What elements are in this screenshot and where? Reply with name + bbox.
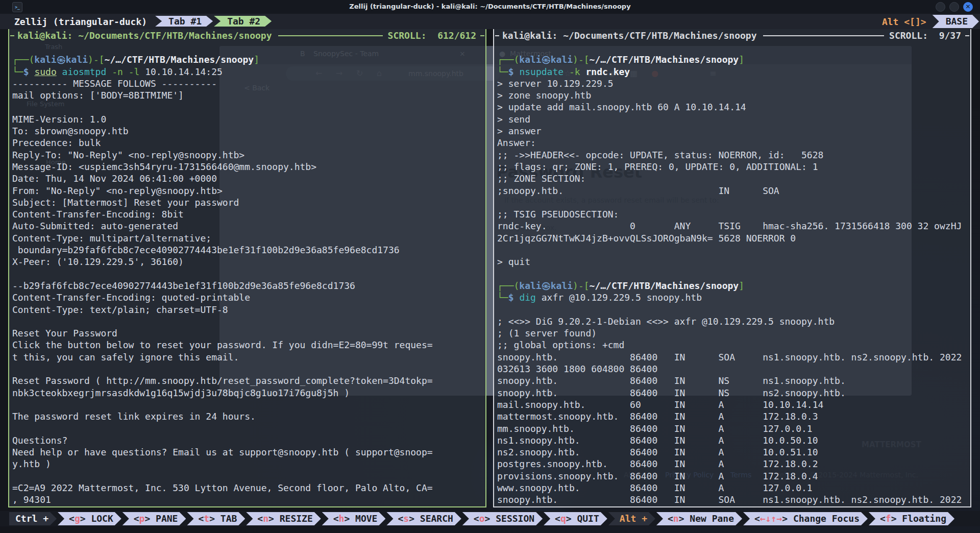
- terminal-line: Need help or have questions? Email us at…: [12, 446, 485, 458]
- window-controls: ✕: [936, 2, 973, 12]
- terminal-line: Click the button below to reset your pas…: [12, 339, 485, 351]
- terminal-line: ---------- MESSAGE FOLLOWS ----------: [12, 78, 485, 89]
- terminal-line: X-Peer: ('10.129.229.5', 36160): [12, 256, 485, 268]
- terminal-line: [12, 399, 485, 410]
- window-title: Zellij (triangular-duck) - kali@kali: ~/…: [0, 3, 980, 10]
- terminal-line: > zone snoopy.htb: [497, 89, 970, 101]
- terminal-line: snoopy.htb. 86400 IN SOA ns1.snoopy.htb.…: [497, 494, 970, 505]
- terminal-line: [497, 197, 970, 208]
- alt-swap-hint: Alt <[]>: [882, 16, 926, 27]
- terminal-line: The password reset link expires in 24 ho…: [12, 410, 485, 422]
- terminal-line: mattermost.snoopy.htb. 86400 IN A 172.18…: [497, 410, 970, 422]
- terminal-line: Reset Password ( http://mm.snoopy.htb/re…: [12, 375, 485, 386]
- terminal-line: snoopy.htb. 86400 IN SOA ns1.snoopy.htb.…: [497, 351, 970, 363]
- terminal-line: snoopy.htb. 86400 IN NS ns1.snoopy.htb.: [497, 375, 970, 386]
- pane-left-content: ┌──(kali㉿kali)-[~/…/CTF/HTB/Machines/sno…: [9, 42, 485, 506]
- pane-border-stub: [495, 35, 499, 36]
- terminal-line: Content-Transfer-Encoding: quoted-printa…: [12, 292, 485, 303]
- terminal-line: [12, 42, 485, 54]
- statusbar-key-lock[interactable]: <g> LOCK: [58, 512, 121, 525]
- terminal-line: mail options: ['BODY=8BITMIME']: [12, 89, 485, 101]
- terminal-line: Reset Your Password: [12, 327, 485, 339]
- terminal-line: 2Cr1jqzGG7NtTwKJ4jzB+ovvQLSsJOROgbaN9k= …: [497, 232, 970, 244]
- pane-border-stub: [10, 35, 14, 36]
- terminal-line: [497, 268, 970, 280]
- statusbar-key-floating[interactable]: <f> Floating: [869, 512, 954, 525]
- zellij-status-bar: Ctrl +<g> LOCK<p> PANE<t> TAB<n> RESIZE<…: [0, 511, 980, 526]
- terminal-line: --b29faf6fcb8c7ece40902774443be1ef31f100…: [12, 280, 485, 292]
- pane-left-title: kali@kali: ~/Documents/CTF/HTB/Machines/…: [17, 30, 272, 41]
- maximize-button[interactable]: [949, 2, 959, 12]
- minimize-button[interactable]: [936, 2, 945, 12]
- terminal-line: Reply-To: "No-Reply" <no-reply@snoopy.ht…: [12, 149, 485, 161]
- terminal-line: ns2.snoopy.htb. 86400 IN A 10.0.51.10: [497, 446, 970, 458]
- statusbar-key-quit[interactable]: <q> QUIT: [544, 512, 607, 525]
- statusbar-modifier-alt: Alt +: [608, 512, 655, 525]
- terminal-line: └─$ sudo aiosmtpd -n -l 10.10.14.14:25: [12, 66, 485, 78]
- terminal-line: Subject: [Mattermost] Reset your passwor…: [12, 197, 485, 208]
- terminal-line: Auto-Submitted: auto-generated: [12, 220, 485, 232]
- terminal-line: [12, 101, 485, 113]
- terminal-line: mail.snoopy.htb. 60 IN A 10.10.14.14: [497, 399, 970, 410]
- terminal-line: Content-Type: text/plain; charset=UTF-8: [12, 304, 485, 316]
- terminal-line: ns1.snoopy.htb. 86400 IN A 10.0.50.10: [497, 434, 970, 446]
- terminal-line: [12, 268, 485, 280]
- terminal-line: ┌──(kali㉿kali)-[~/…/CTF/HTB/Machines/sno…: [12, 54, 485, 65]
- terminal-line: Questions?: [12, 434, 485, 446]
- session-name: Zellij (triangular-duck): [14, 16, 147, 27]
- pane-border-line: [763, 35, 885, 36]
- terminal-line: ;; flags: qr; ZONE: 1, PREREQ: 0, UPDATE…: [497, 161, 970, 173]
- terminal-line: From: "No-Reply" <no-reply@snoopy.htb>: [12, 185, 485, 197]
- terminal-line: ┌──(kali㉿kali)-[~/…/CTF/HTB/Machines/sno…: [497, 54, 970, 65]
- terminal-line: > send: [497, 113, 970, 125]
- terminal-line: Content-Type: multipart/alternative;: [12, 232, 485, 244]
- statusbar-key-new-pane[interactable]: <n> New Pane: [656, 512, 742, 525]
- statusbar-key-change-focus[interactable]: <←↓↑→> Change Focus: [743, 512, 868, 525]
- terminal-line: [12, 363, 485, 375]
- terminal-line: provisions.snoopy.htb. 86400 IN A 172.18…: [497, 470, 970, 482]
- pane-right-title-row: kali@kali: ~/Documents/CTF/HTB/Machines/…: [494, 29, 970, 42]
- statusbar-key-session[interactable]: <o> SESSION: [462, 512, 543, 525]
- terminal-line: ;; ZONE SECTION:: [497, 173, 970, 184]
- zellij-tab-bar: Zellij (triangular-duck) Tab #1Tab #2 Al…: [0, 14, 980, 29]
- terminal-line: , 94301: [12, 494, 485, 505]
- mode-indicator: BASE: [933, 15, 979, 28]
- window-titlebar: >_ Zellij (triangular-duck) - kali@kali:…: [0, 0, 980, 14]
- terminal-line: boundary=b29faf6fcb8c7ece40902774443be1e…: [12, 244, 485, 256]
- terminal-line: [497, 304, 970, 316]
- terminal-line: Precedence: bulk: [12, 137, 485, 149]
- terminal-pane-right[interactable]: kali@kali: ~/Documents/CTF/HTB/Machines/…: [493, 29, 971, 507]
- terminal-line: snoopy.htb. 86400 IN NS ns2.snoopy.htb.: [497, 387, 970, 399]
- terminal-line: ; (1 server found): [497, 327, 970, 339]
- tab-tab-2[interactable]: Tab #2: [214, 16, 272, 27]
- statusbar-key-search[interactable]: <s> SEARCH: [386, 512, 461, 525]
- terminal-pane-left[interactable]: kali@kali: ~/Documents/CTF/HTB/Machines/…: [8, 29, 486, 507]
- pane-right-title: kali@kali: ~/Documents/CTF/HTB/Machines/…: [502, 30, 757, 41]
- terminal-line: t this, you can safely ignore this email…: [12, 351, 485, 363]
- tab-list: Tab #1Tab #2: [155, 15, 273, 28]
- terminal-line: > update add mail.snoopy.htb 60 A 10.10.…: [497, 101, 970, 113]
- terminal-line: nbk3cteokbxegrjmrsasdkdw1g16q15wjdj3u78b…: [12, 387, 485, 399]
- statusbar-key-pane[interactable]: <p> PANE: [122, 512, 186, 525]
- statusbar-modifier-ctrl: Ctrl +: [9, 512, 57, 525]
- pane-border-line: [278, 35, 383, 36]
- pane-border-stub: [965, 35, 969, 36]
- terminal-line: postgres.snoopy.htb. 86400 IN A 172.18.0…: [497, 458, 970, 470]
- terminal-line: └─$ nsupdate -k rndc.key: [497, 66, 970, 78]
- terminal-line: ┌──(kali㉿kali)-[~/…/CTF/HTB/Machines/sno…: [497, 280, 970, 292]
- terminal-line: Date: Thu, 14 Nov 2024 06:41:00 +0000: [12, 173, 485, 184]
- terminal-line: ;; TSIG PSEUDOSECTION:: [497, 208, 970, 220]
- statusbar-key-move[interactable]: <h> MOVE: [322, 512, 386, 525]
- terminal-line: ; <<>> DiG 9.20.2-1-Debian <<>> axfr @10…: [497, 316, 970, 327]
- statusbar-key-resize[interactable]: <n> RESIZE: [246, 512, 321, 525]
- tab-tab-1[interactable]: Tab #1: [155, 16, 213, 27]
- terminal-line: 032613 3600 1800 604800 86400: [497, 363, 970, 375]
- terminal-line: MIME-Version: 1.0: [12, 113, 485, 125]
- pane-right-scroll-indicator: SCROLL: 9/37: [889, 30, 961, 41]
- terminal-line: y.htb ): [12, 458, 485, 470]
- terminal-line: To: sbrown@snoopy.htb: [12, 125, 485, 137]
- terminal-line: > answer: [497, 125, 970, 137]
- terminal-line: =C2=A9 2022 Mattermost, Inc. 530 Lytton …: [12, 482, 485, 494]
- statusbar-key-tab[interactable]: <t> TAB: [187, 512, 245, 525]
- close-button[interactable]: ✕: [963, 2, 973, 12]
